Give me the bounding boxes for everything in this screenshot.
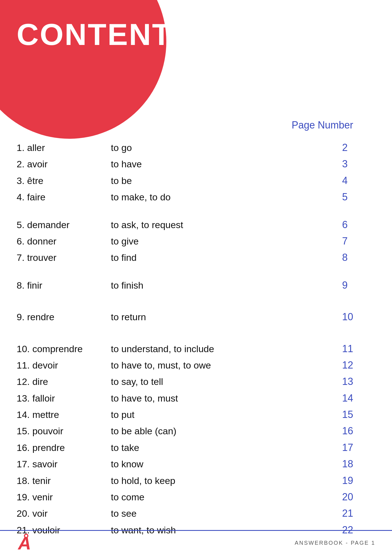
- toc-translation: to have to, must, to owe: [111, 357, 342, 373]
- toc-row: 16. prendreto take17: [17, 439, 375, 456]
- page-title: CONTENTS: [17, 17, 193, 52]
- toc-translation: to be able (can): [111, 423, 342, 439]
- page-number-header-rendered: Page Number: [17, 119, 375, 131]
- toc-row: 11. devoirto have to, must, to owe12: [17, 357, 375, 373]
- toc-row: 5. demanderto ask, to request6: [17, 216, 375, 233]
- toc-page-number: 2: [342, 139, 375, 156]
- toc-translation: to have: [111, 156, 342, 172]
- logo-icon: Å: [17, 531, 36, 551]
- toc-verb: 18. tenir: [17, 473, 111, 488]
- toc-verb: 2. avoir: [17, 156, 111, 172]
- toc-translation: to find: [111, 250, 342, 265]
- toc-translation: to go: [111, 140, 342, 155]
- toc-verb: 13. falloir: [17, 390, 111, 406]
- toc-row: 6. donnerto give7: [17, 233, 375, 249]
- toc-row: 19. venirto come20: [17, 489, 375, 505]
- toc-verb: 4. faire: [17, 189, 111, 205]
- toc-verb: 3. être: [17, 173, 111, 188]
- toc-row: 20. voirto see21: [17, 505, 375, 521]
- toc-container: Page Number1. allerto go22. avoirto have…: [17, 119, 375, 527]
- toc-row: 3. êtreto be4: [17, 172, 375, 189]
- toc-row: 7. trouverto find8: [17, 249, 375, 266]
- toc-row: 2. avoirto have3: [17, 156, 375, 172]
- toc-verb: 19. venir: [17, 489, 111, 505]
- toc-page-number: 10: [342, 309, 375, 325]
- toc-page-number: 3: [342, 156, 375, 172]
- toc-verb: 11. devoir: [17, 357, 111, 373]
- footer-page-text: ANSWERBOOK - PAGE 1: [295, 540, 375, 546]
- toc-verb: 7. trouver: [17, 250, 111, 265]
- toc-group-5: 10. comprendreto understand, to include1…: [17, 340, 375, 538]
- toc-page-number: 9: [342, 277, 375, 293]
- toc-translation: to know: [111, 456, 342, 472]
- toc-verb: 20. voir: [17, 506, 111, 521]
- toc-page-number: 12: [342, 357, 375, 373]
- toc-page-number: 20: [342, 489, 375, 505]
- toc-group-3: 8. finirto finish9: [17, 277, 375, 293]
- svg-text:Å: Å: [17, 533, 31, 551]
- toc-page-number: 19: [342, 472, 375, 489]
- toc-row: 8. finirto finish9: [17, 277, 375, 293]
- toc-translation: to understand, to include: [111, 341, 342, 357]
- toc-verb: 15. pouvoir: [17, 423, 111, 439]
- toc-page-number: 11: [342, 340, 375, 357]
- toc-row: 15. pouvoirto be able (can)16: [17, 423, 375, 439]
- toc-verb: 14. mettre: [17, 407, 111, 422]
- toc-page-number: 16: [342, 423, 375, 439]
- toc-row: 13. falloirto have to, must14: [17, 390, 375, 406]
- footer: Å ANSWERBOOK - PAGE 1: [0, 530, 392, 555]
- toc-page-number: 5: [342, 189, 375, 205]
- toc-row: 14. mettreto put15: [17, 406, 375, 423]
- toc-translation: to see: [111, 506, 342, 521]
- toc-row: 12. direto say, to tell13: [17, 373, 375, 390]
- toc-translation: to return: [111, 309, 342, 325]
- toc-verb: 16. prendre: [17, 440, 111, 455]
- toc-verb: 5. demander: [17, 217, 111, 233]
- toc-translation: to come: [111, 489, 342, 505]
- toc-page-number: 14: [342, 390, 375, 406]
- toc-row: 18. tenirto hold, to keep19: [17, 472, 375, 489]
- toc-group-1: 1. allerto go22. avoirto have33. êtreto …: [17, 139, 375, 205]
- toc-translation: to say, to tell: [111, 374, 342, 389]
- footer-logo: Å: [17, 531, 36, 555]
- toc-page-number: 13: [342, 373, 375, 390]
- toc-page-number: 21: [342, 505, 375, 521]
- toc-page-number: 8: [342, 249, 375, 266]
- toc-row: 17. savoirto know18: [17, 456, 375, 472]
- toc-translation: to finish: [111, 278, 342, 293]
- toc-translation: to ask, to request: [111, 217, 342, 233]
- toc-page-number: 15: [342, 406, 375, 423]
- toc-row: 4. faireto make, to do5: [17, 189, 375, 205]
- toc-translation: to put: [111, 407, 342, 422]
- toc-translation: to have to, must: [111, 390, 342, 406]
- toc-verb: 12. dire: [17, 374, 111, 389]
- toc-page-number: 4: [342, 172, 375, 189]
- toc-verb: 17. savoir: [17, 456, 111, 472]
- toc-page-number: 7: [342, 233, 375, 249]
- toc-verb: 6. donner: [17, 233, 111, 249]
- toc-row: 10. comprendreto understand, to include1…: [17, 340, 375, 357]
- toc-translation: to give: [111, 233, 342, 249]
- toc-translation: to be: [111, 173, 342, 188]
- toc-row: 9. rendreto return10: [17, 309, 375, 325]
- toc-group-4: 9. rendreto return10: [17, 309, 375, 325]
- toc-verb: 10. comprendre: [17, 341, 111, 357]
- toc-verb: 9. rendre: [17, 309, 111, 325]
- toc-translation: to make, to do: [111, 189, 342, 205]
- toc-page-number: 17: [342, 439, 375, 456]
- toc-verb: 8. finir: [17, 278, 111, 293]
- toc-translation: to take: [111, 440, 342, 455]
- toc-verb: 1. aller: [17, 140, 111, 155]
- toc-group-2: 5. demanderto ask, to request66. donnert…: [17, 216, 375, 266]
- toc-row: 1. allerto go2: [17, 139, 375, 156]
- toc-translation: to hold, to keep: [111, 473, 342, 488]
- toc-page-number: 6: [342, 216, 375, 233]
- toc-page-number: 18: [342, 456, 375, 472]
